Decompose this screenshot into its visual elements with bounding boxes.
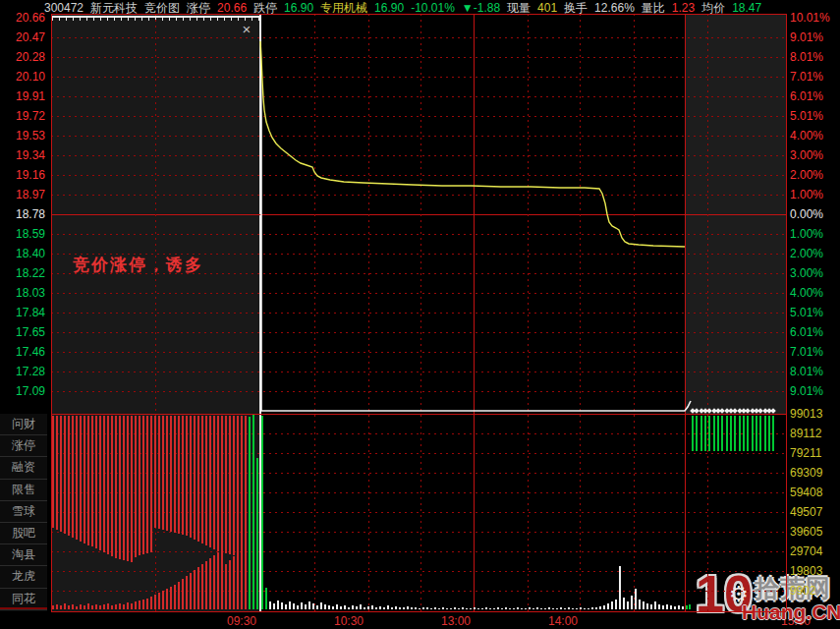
volume-bar: [285, 604, 287, 609]
volume-bar: [560, 607, 562, 609]
volume-axis-label: 79211: [790, 447, 821, 459]
volume-bar: [328, 605, 330, 609]
volume-bar: [233, 556, 235, 609]
volume-bar: [336, 604, 338, 609]
volume-bar: [689, 604, 691, 609]
volume-bar: [209, 558, 211, 609]
volume-bar: [237, 416, 239, 556]
percent-axis-label: 2.00%: [790, 169, 823, 181]
volume-bar: [407, 606, 409, 609]
volume-bar: [375, 607, 377, 609]
volume-axis-label: 89112: [790, 428, 821, 439]
volume-bar: [174, 416, 176, 533]
volume-bar: [387, 605, 389, 609]
volume-bar: [454, 607, 456, 609]
volume-bar: [139, 600, 140, 609]
volume-bar: [209, 416, 211, 547]
volume-bar: [517, 607, 519, 609]
volume-bar: [501, 608, 503, 609]
volume-bar: [201, 416, 203, 543]
volume-bar: [194, 570, 196, 609]
volume-bar: [497, 607, 499, 609]
volume-bar: [56, 604, 58, 609]
header-field: 18.47: [732, 1, 761, 15]
volume-bar: [95, 604, 97, 609]
gear-icon: ⚙: [729, 582, 749, 607]
sidebar-item-5[interactable]: 雪球: [0, 501, 47, 523]
price-axis-label: 18.22: [0, 267, 45, 279]
sidebar-item-2[interactable]: 涨停: [0, 435, 47, 457]
time-axis-label: 15:00: [781, 614, 811, 628]
volume-bar: [174, 585, 176, 609]
percent-axis-label: 1.00%: [790, 189, 823, 200]
sidebar-item-1[interactable]: 问财: [0, 414, 47, 435]
volume-bar: [84, 416, 85, 543]
sidebar-item-8[interactable]: 龙虎: [0, 566, 47, 588]
volume-bar: [256, 458, 258, 609]
percent-axis-label: 6.01%: [790, 326, 823, 338]
gridline-h: [51, 273, 786, 274]
volume-bar: [752, 416, 754, 451]
sidebar-item-6[interactable]: 股吧: [0, 523, 47, 544]
volume-bar: [521, 608, 523, 609]
close-icon[interactable]: ×: [239, 22, 254, 37]
volume-bar: [95, 416, 97, 548]
volume-bar: [458, 608, 460, 609]
volume-bar: [462, 607, 464, 609]
gridline-h: [51, 313, 786, 314]
sidebar-item-4[interactable]: 限售: [0, 480, 47, 501]
gridline-h: [51, 332, 786, 333]
volume-bar: [245, 545, 247, 609]
header-field: 20.66: [217, 1, 247, 15]
volume-bar: [158, 416, 160, 529]
volume-bar: [80, 604, 82, 609]
volume-bar: [80, 416, 82, 542]
volume-bar: [739, 416, 741, 451]
volume-bar: [379, 606, 381, 609]
volume-bar: [221, 416, 223, 552]
volume-bar: [509, 608, 511, 609]
header-field: 涨停: [187, 1, 210, 15]
price-axis-label: 18.59: [0, 228, 45, 240]
volume-bar: [87, 416, 89, 545]
volume-bar: [190, 573, 192, 609]
volume-bar: [103, 416, 105, 552]
header-field: 均价: [701, 1, 725, 15]
sidebar-bottom-line: [0, 607, 47, 609]
volume-bar: [470, 608, 472, 609]
volume-bar: [485, 607, 487, 609]
time-axis-label: 09:30: [227, 614, 256, 628]
volume-bar: [344, 605, 346, 609]
volume-bar: [131, 416, 133, 562]
volume-bar: [205, 416, 207, 545]
sidebar-item-7[interactable]: 淘县: [0, 544, 47, 566]
stock-timeshare-app: 300472新元科技 竞价图 涨停20.66跌停16.90专用机械16.90-1…: [0, 0, 840, 629]
volume-bar: [466, 608, 468, 609]
volume-bar: [580, 607, 582, 609]
volume-bar: [241, 416, 243, 557]
percent-axis-label: 4.00%: [790, 130, 823, 142]
volume-bar: [367, 606, 369, 609]
volume-bar: [305, 604, 307, 609]
volume-bar: [730, 416, 732, 451]
volume-bar: [76, 606, 78, 609]
percent-axis-label: 5.01%: [790, 307, 823, 318]
volume-bar: [544, 608, 546, 609]
volume-bar: [619, 566, 621, 609]
gridline-v: [314, 14, 315, 611]
volume-bar: [103, 604, 105, 609]
volume-bar: [225, 564, 227, 609]
header-field: 竞价图: [144, 1, 180, 15]
volume-bar: [430, 608, 432, 609]
volume-bar: [513, 608, 515, 609]
volume-bar: [111, 416, 113, 556]
volume-bar: [696, 416, 698, 451]
volume-bar: [123, 416, 125, 560]
volume-bar: [217, 416, 219, 551]
sidebar-item-3[interactable]: 融资: [0, 457, 47, 479]
volume-bar: [229, 560, 231, 609]
volume-bar: [281, 602, 283, 609]
volume-bar: [584, 608, 586, 609]
volume-axis-label: 39605: [790, 526, 822, 538]
volume-bar: [595, 607, 597, 609]
